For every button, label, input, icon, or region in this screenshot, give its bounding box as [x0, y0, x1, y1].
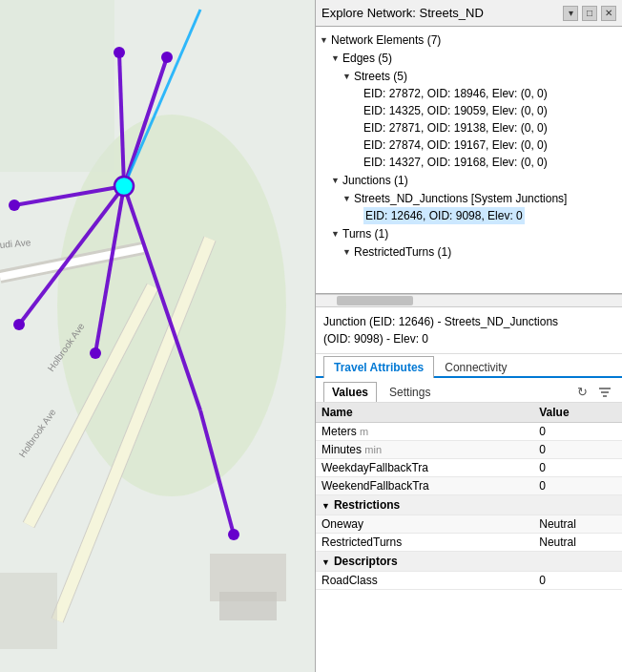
col-name-header: Name: [316, 403, 533, 423]
svg-rect-11: [0, 573, 57, 649]
tree-edges: ▼ Edges (5): [316, 49, 622, 67]
restrictions-header-row: ▼Restrictions: [316, 495, 622, 515]
tree-streets: ▼ Streets (5): [316, 67, 622, 85]
sub-tabs-bar: Values Settings ↻: [316, 378, 622, 403]
tree-horizontal-scrollbar[interactable]: [316, 294, 622, 307]
subtab-values[interactable]: Values: [323, 382, 377, 402]
attr-table-container[interactable]: Name Value Meters m0Minutes min0WeekdayF…: [316, 403, 622, 672]
panel: Explore Network: Streets_ND ▾ □ ✕ ▼ Netw…: [315, 0, 622, 672]
attr-table: Name Value Meters m0Minutes min0WeekdayF…: [316, 403, 622, 590]
tabs-bar: Travel Attributes Connectivity: [316, 356, 622, 378]
filter-icon[interactable]: [595, 383, 614, 402]
table-row: RoadClass0: [316, 572, 622, 590]
svg-point-27: [90, 347, 101, 359]
subtab-settings[interactable]: Settings: [381, 382, 439, 402]
table-row: WeekdayFallbackTra0: [316, 459, 622, 477]
descriptors-header-row: ▼Descriptors: [316, 552, 622, 572]
svg-point-26: [13, 319, 25, 330]
table-row: RestrictedTurnsNeutral: [316, 534, 622, 552]
tree-street-item-4[interactable]: EID: 14327, OID: 19168, Elev: (0, 0): [316, 154, 622, 171]
svg-rect-10: [219, 592, 277, 620]
tree-junction-selected[interactable]: EID: 12646, OID: 9098, Elev: 0: [316, 207, 622, 224]
tree-root: ▼ Network Elements (7): [316, 31, 622, 49]
tree-restricted-turns: ▼ RestrictedTurns (1): [316, 242, 622, 261]
root-triangle: ▼: [320, 32, 331, 49]
svg-point-23: [161, 52, 173, 63]
table-body: Meters m0Minutes min0WeekdayFallbackTra0…: [316, 423, 622, 590]
minimize-button[interactable]: □: [582, 6, 597, 21]
table-row: WeekendFallbackTra0: [316, 477, 622, 495]
tab-travel-attributes[interactable]: Travel Attributes: [323, 356, 434, 378]
tab-connectivity[interactable]: Connectivity: [434, 356, 517, 378]
refresh-icon[interactable]: ↻: [572, 383, 591, 402]
svg-point-28: [228, 529, 239, 540]
tree-street-item-0[interactable]: EID: 27872, OID: 18946, Elev: (0, 0): [316, 85, 622, 102]
close-button[interactable]: ✕: [601, 6, 616, 21]
table-row: OnewayNeutral: [316, 515, 622, 534]
tree-area[interactable]: ▼ Network Elements (7) ▼ Edges (5) ▼ Str…: [316, 27, 622, 294]
tree-turns: ▼ Turns (1): [316, 224, 622, 242]
panel-title: Explore Network: Streets_ND: [321, 6, 484, 20]
tree-street-item-2[interactable]: EID: 27871, OID: 19138, Elev: (0, 0): [316, 119, 622, 136]
dropdown-button[interactable]: ▾: [563, 6, 578, 21]
info-line1: Junction (EID: 12646) - Streets_ND_Junct…: [323, 313, 614, 330]
col-value-header: Value: [533, 403, 622, 423]
panel-header: Explore Network: Streets_ND ▾ □ ✕: [316, 0, 622, 27]
tree-junctions-sub: ▼ Streets_ND_Junctions [System Junctions…: [316, 189, 622, 207]
tree-junctions: ▼ Junctions (1): [316, 171, 622, 189]
table-row: Meters m0: [316, 423, 622, 441]
tree-street-item-3[interactable]: EID: 27874, OID: 19167, Elev: (0, 0): [316, 136, 622, 154]
info-section: Junction (EID: 12646) - Streets_ND_Junct…: [316, 307, 622, 354]
tree-street-item-1[interactable]: EID: 14325, OID: 19059, Elev: (0, 0): [316, 102, 622, 119]
hscroll-thumb[interactable]: [337, 296, 413, 305]
svg-rect-2: [0, 0, 114, 172]
svg-point-29: [114, 177, 134, 196]
sub-tab-icons: ↻: [572, 383, 614, 402]
svg-point-24: [114, 47, 125, 58]
svg-point-25: [9, 200, 20, 211]
panel-controls: ▾ □ ✕: [563, 6, 616, 21]
info-line2: (OID: 9098) - Elev: 0: [323, 330, 614, 347]
map-area: Holbrook Ave Holbrook Ave udi Ave: [0, 0, 315, 672]
table-row: Minutes min0: [316, 441, 622, 459]
